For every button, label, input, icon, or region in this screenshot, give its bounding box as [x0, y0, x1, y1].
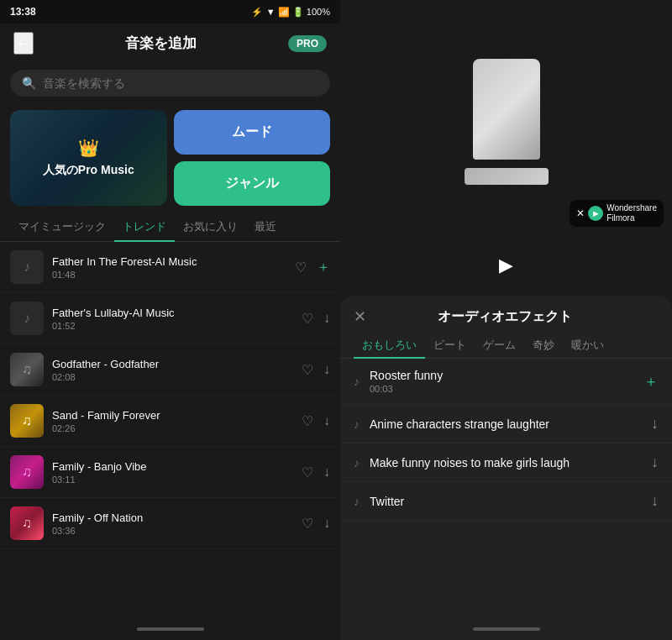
- effect-tab-strange[interactable]: 奇妙: [524, 333, 563, 358]
- status-icons: ⚡ ▼ 📶 🔋 100%: [251, 7, 330, 18]
- song-title: Family - Off Nation: [52, 511, 293, 524]
- effect-tab-warm[interactable]: 暖かい: [563, 333, 612, 358]
- effect-info: Make funny noises to make girls laugh: [370, 456, 641, 470]
- tab-favorites[interactable]: お気に入り: [175, 212, 246, 241]
- song-duration: 02:08: [52, 372, 293, 382]
- download-button[interactable]: ↓: [323, 413, 330, 428]
- music-note-icon: ♫: [22, 362, 32, 377]
- song-thumbnail: ♫: [10, 404, 44, 438]
- effect-name: Twitter: [370, 495, 641, 508]
- list-item: ♪ Father In The Forest-AI Music 01:48 ♡ …: [0, 242, 340, 293]
- list-item: ♫ Family - Off Nation 03:36 ♡ ↓: [0, 498, 340, 549]
- song-duration: 02:26: [52, 423, 293, 433]
- effect-add-button[interactable]: ＋: [643, 371, 659, 391]
- pro-badge: PRO: [288, 35, 327, 52]
- effect-info: Rooster funny 00:03: [370, 369, 633, 394]
- genre-label: ジャンル: [225, 175, 279, 192]
- add-button[interactable]: ＋: [317, 259, 330, 276]
- song-actions: ♡ ＋: [295, 259, 330, 276]
- back-button[interactable]: ←: [13, 32, 34, 55]
- signal-icons: ▼ 📶 🔋 100%: [266, 7, 330, 18]
- tab-recent[interactable]: 最近: [246, 212, 285, 241]
- effect-tab-funny[interactable]: おもしろい: [354, 333, 425, 358]
- pro-music-card[interactable]: 👑 人気のPro Music: [10, 110, 167, 206]
- song-duration: 03:36: [52, 526, 293, 536]
- crown-icon: 👑: [78, 138, 99, 158]
- page-title: 音楽を追加: [125, 34, 197, 53]
- download-button[interactable]: ↓: [323, 362, 330, 377]
- status-bar: 13:38 ⚡ ▼ 📶 🔋 100%: [0, 0, 340, 24]
- search-input[interactable]: [43, 76, 318, 90]
- download-button[interactable]: ↓: [323, 516, 330, 531]
- like-button[interactable]: ♡: [295, 260, 307, 275]
- like-button[interactable]: ♡: [302, 464, 313, 480]
- song-thumbnail: ♫: [10, 353, 44, 386]
- effects-title: オーディオエフェクト: [376, 308, 633, 326]
- like-button[interactable]: ♡: [302, 413, 313, 429]
- wondershare-logo: ▶: [588, 206, 603, 221]
- song-info: Sand - Family Forever 02:26: [52, 409, 293, 433]
- song-list: ♪ Father In The Forest-AI Music 01:48 ♡ …: [0, 242, 340, 623]
- mood-card[interactable]: ムード: [174, 110, 331, 155]
- effect-name: Anime characters strange laughter: [370, 417, 641, 431]
- genre-card[interactable]: ジャンル: [174, 161, 331, 206]
- music-note-icon: ♪: [24, 260, 30, 275]
- card-small-col: ムード ジャンル: [174, 110, 331, 206]
- download-button[interactable]: ↓: [323, 464, 330, 480]
- song-info: Family - Off Nation 03:36: [52, 511, 293, 536]
- song-thumbnail: ♫: [10, 455, 44, 489]
- song-actions: ♡ ↓: [302, 516, 330, 532]
- effect-tab-game[interactable]: ゲーム: [475, 333, 524, 358]
- effects-close-button[interactable]: ✕: [354, 307, 366, 326]
- tab-trends[interactable]: トレンド: [114, 212, 175, 241]
- effect-download-button[interactable]: ↓: [651, 492, 659, 510]
- video-area: ✕ ▶ WondershareFilmora: [340, 0, 672, 235]
- music-note-icon: ♫: [22, 464, 32, 480]
- status-time: 13:38: [10, 6, 36, 18]
- like-button[interactable]: ♡: [302, 516, 313, 532]
- effect-music-icon: ♪: [354, 495, 360, 508]
- list-item: ♫ Sand - Family Forever 02:26 ♡ ↓: [0, 396, 340, 447]
- effects-tabs: おもしろい ビート ゲーム 奇妙 暖かい: [340, 333, 672, 359]
- watermark-brand: WondershareFilmora: [606, 203, 657, 223]
- search-bar[interactable]: 🔍: [10, 70, 330, 97]
- list-item: ♫ Family - Banjo Vibe 03:11 ♡ ↓: [0, 447, 340, 498]
- audio-effects-panel: ✕ オーディオエフェクト おもしろい ビート ゲーム 奇妙 暖かい ♪ Roos…: [340, 296, 672, 623]
- effects-header: ✕ オーディオエフェクト: [340, 296, 672, 333]
- song-title: Father's Lullaby-AI Music: [52, 307, 293, 319]
- song-info: Godfather - Godfather 02:08: [52, 358, 293, 382]
- song-actions: ♡ ↓: [302, 311, 330, 327]
- category-section: 👑 人気のPro Music ムード ジャンル: [0, 103, 340, 212]
- effect-item: ♪ Rooster funny 00:03 ＋: [340, 359, 672, 405]
- search-icon: 🔍: [22, 76, 36, 90]
- watermark-close-icon: ✕: [576, 207, 585, 219]
- play-controls: ▶: [340, 235, 672, 296]
- logo-icon: ▶: [593, 210, 598, 218]
- song-thumbnail: ♫: [10, 506, 44, 540]
- effect-item: ♪ Anime characters strange laughter ↓: [340, 405, 672, 443]
- effect-item: ♪ Twitter ↓: [340, 482, 672, 521]
- effect-duration: 00:03: [370, 384, 633, 394]
- effect-download-button[interactable]: ↓: [651, 415, 659, 433]
- tab-my-music[interactable]: マイミュージック: [10, 212, 114, 241]
- song-actions: ♡ ↓: [302, 464, 330, 480]
- effect-music-icon: ♪: [354, 456, 360, 470]
- pro-music-label: 人気のPro Music: [43, 163, 134, 178]
- stand-base: [465, 168, 549, 185]
- effect-tab-beat[interactable]: ビート: [425, 333, 475, 358]
- song-info: Father In The Forest-AI Music 01:48: [52, 255, 286, 280]
- download-button[interactable]: ↓: [323, 311, 330, 326]
- right-bottom-indicator: [473, 627, 540, 631]
- effect-music-icon: ♪: [354, 417, 360, 431]
- music-note-icon: ♫: [22, 413, 32, 428]
- stand-body: [473, 59, 540, 160]
- effect-download-button[interactable]: ↓: [651, 454, 659, 471]
- play-button[interactable]: ▶: [488, 247, 525, 284]
- music-note-icon: ♫: [22, 516, 32, 531]
- song-info: Father's Lullaby-AI Music 01:52: [52, 307, 293, 331]
- music-note-icon: ♪: [24, 311, 30, 326]
- like-button[interactable]: ♡: [302, 311, 313, 327]
- effect-name: Rooster funny: [370, 369, 633, 382]
- like-button[interactable]: ♡: [302, 362, 313, 378]
- effects-list: ♪ Rooster funny 00:03 ＋ ♪ Anime characte…: [340, 359, 672, 623]
